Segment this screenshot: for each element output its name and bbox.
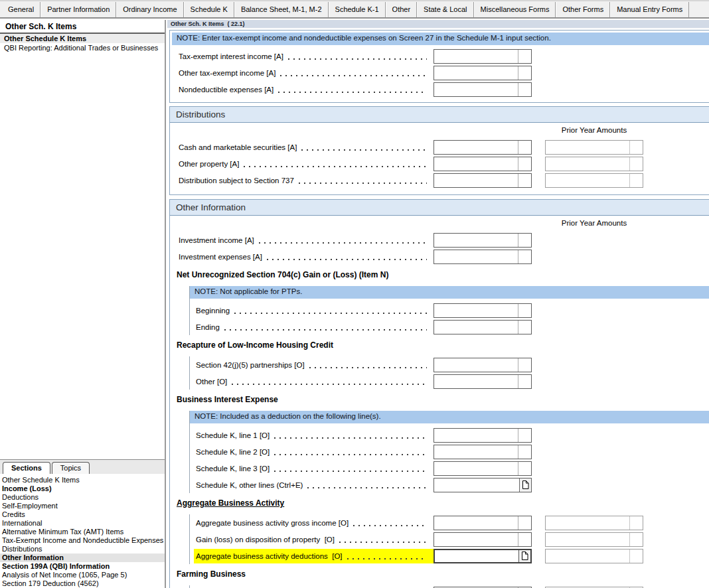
dot-leader [339, 542, 427, 543]
section-item-international[interactable]: International [0, 519, 165, 528]
row-nondeductible-expenses: Nondeductible expenses [A] [170, 81, 709, 98]
field-label: Ending [196, 323, 220, 331]
section-item-199a-qbi[interactable]: Section 199A (QBI) Information [0, 562, 165, 571]
tab-schedule-k[interactable]: Schedule K [184, 2, 234, 17]
prior-year-amounts-label: Prior Year Amounts [545, 219, 643, 229]
note-banner-ptp: NOTE: Not applicable for PTPs. [190, 286, 709, 299]
sidebar-item-other-schedule-k-items[interactable]: Other Schedule K Items [0, 34, 165, 43]
distribution-section-737-prior-year-input[interactable] [545, 173, 643, 188]
aggregate-deductions-input[interactable] [433, 549, 532, 563]
section-item-other-information[interactable]: Other Information [0, 553, 165, 562]
tab-manual-entry-forms[interactable]: Manual Entry Forms [610, 2, 689, 17]
row-recapture-other: Other [O] [190, 373, 709, 390]
dot-leader [288, 58, 427, 60]
schedule-k-other-lines-input[interactable] [433, 478, 532, 492]
schedule-k-line-2-input[interactable] [433, 445, 532, 459]
row-gross-farming-income: Gross farming income [O] [190, 585, 709, 588]
tab-state-local[interactable]: State & Local [417, 2, 473, 17]
tab-balance-sheet[interactable]: Balance Sheet, M-1, M-2 [234, 2, 329, 17]
other-property-input[interactable] [433, 157, 532, 171]
tab-schedule-k1[interactable]: Schedule K-1 [329, 2, 386, 17]
document-icon [522, 480, 529, 489]
tab-miscellaneous-forms[interactable]: Miscellaneous Forms [474, 2, 556, 17]
field-label-wrap: Nondeductible expenses [A] [177, 82, 433, 97]
field-label-wrap: Ending [194, 320, 433, 334]
row-cash-marketable-securities: Cash and marketable securities [A] [170, 139, 709, 155]
tab-general[interactable]: General [2, 2, 40, 17]
ctrl-e-expand-button[interactable] [519, 478, 531, 492]
section-item-tax-exempt[interactable]: Tax-Exempt Income and Nondeductible Expe… [0, 536, 165, 545]
tab-topics[interactable]: Topics [52, 462, 90, 474]
row-schedule-k-line-3: Schedule K, line 3 [O] [190, 460, 709, 477]
row-aggregate-deductions: Aggregate business activity deductions [… [190, 548, 709, 564]
group-business-interest: NOTE: Included as a deduction on the fol… [189, 411, 709, 493]
field-label: Nondeductible expenses [A] [179, 86, 274, 94]
dot-leader [353, 525, 427, 526]
group-net-unrecognized: NOTE: Not applicable for PTPs. Beginning… [189, 286, 709, 335]
aggregate-gross-income-input[interactable] [433, 516, 532, 530]
recapture-other-input[interactable] [433, 374, 532, 389]
section-item-self-employment[interactable]: Self-Employment [0, 502, 165, 510]
field-label: Beginning [196, 307, 230, 315]
aggregate-gross-income-prior-year-input[interactable] [545, 516, 643, 530]
prior-year-amounts-header: Prior Year Amounts [170, 219, 709, 229]
distribution-section-737-input[interactable] [433, 173, 532, 188]
subheading-aggregate-business-activity: Aggregate Business Activity [170, 498, 709, 508]
section-item-deductions[interactable]: Deductions [0, 493, 165, 502]
tax-exempt-interest-income-input[interactable] [433, 49, 532, 64]
field-label-wrap: Schedule K, line 1 [O] [194, 428, 433, 443]
section-header-distributions: Distributions [170, 107, 709, 123]
gain-loss-disposition-prior-year-input[interactable] [545, 532, 643, 547]
field-label-wrap: Other [O] [194, 374, 433, 389]
group-farming: Gross farming income [O] [189, 585, 709, 588]
field-label: Cash and marketable securities [A] [179, 143, 297, 151]
section-other-information: Other Information Prior Year Amounts Inv… [169, 199, 709, 588]
prior-year-amounts-label: Prior Year Amounts [545, 126, 643, 136]
field-label: Aggregate business activity gross income… [196, 519, 349, 527]
ending-input[interactable] [433, 320, 532, 334]
group-recapture: Section 42(j)(5) partnerships [O] Other … [189, 356, 709, 390]
field-label-wrap: Schedule K, line 3 [O] [194, 461, 433, 476]
field-label: Other [O] [196, 378, 227, 386]
gain-loss-disposition-input[interactable] [433, 532, 532, 547]
other-tax-exempt-income-input[interactable] [433, 66, 532, 80]
cash-marketable-securities-input[interactable] [433, 140, 532, 155]
nondeductible-expenses-input[interactable] [433, 82, 532, 97]
section-item-analysis-net-income[interactable]: Analysis of Net Income (1065, Page 5) [0, 571, 165, 579]
tab-sections[interactable]: Sections [3, 462, 50, 474]
sidebar-panel-tabs: Sections Topics [0, 459, 165, 474]
section-item-amt-items[interactable]: Alternative Minimum Tax (AMT) Items [0, 528, 165, 536]
row-other-property: Other property [A] [170, 155, 709, 172]
dot-leader [278, 92, 427, 93]
cash-marketable-securities-prior-year-input[interactable] [545, 140, 643, 155]
schedule-k-line-1-input[interactable] [433, 428, 532, 443]
tab-partner-information[interactable]: Partner Information [40, 2, 116, 17]
field-label-wrap: Section 42(j)(5) partnerships [O] [194, 358, 433, 372]
ctrl-e-expand-button[interactable] [518, 550, 530, 562]
section-item-179-deduction[interactable]: Section 179 Deduction (4562) [0, 579, 165, 588]
field-label: Other property [A] [179, 160, 239, 168]
investment-income-input[interactable] [433, 233, 532, 248]
schedule-k-line-3-input[interactable] [433, 461, 532, 476]
row-section-42j5-partnerships: Section 42(j)(5) partnerships [O] [190, 356, 709, 373]
investment-expenses-input[interactable] [433, 250, 532, 264]
tab-ordinary-income[interactable]: Ordinary Income [116, 2, 183, 17]
dot-leader [274, 471, 427, 472]
section-42j5-partnerships-input[interactable] [433, 358, 532, 372]
field-label: Tax-exempt interest income [A] [179, 52, 283, 60]
beginning-input[interactable] [433, 303, 532, 318]
sidebar-title: Other Sch. K Items [0, 20, 165, 34]
section-item-income-loss[interactable]: Income (Loss) [0, 484, 165, 493]
section-item-distributions[interactable]: Distributions [0, 545, 165, 553]
aggregate-deductions-prior-year-input[interactable] [545, 549, 643, 563]
sidebar-item-qbi-reporting[interactable]: QBI Reporting: Additional Trades or Busi… [0, 43, 165, 52]
section-item-other-schedule-k-items[interactable]: Other Schedule K Items [0, 476, 165, 484]
dot-leader [267, 259, 427, 260]
tab-other-forms[interactable]: Other Forms [556, 2, 610, 17]
other-property-prior-year-input[interactable] [545, 157, 643, 171]
section-item-credits[interactable]: Credits [0, 510, 165, 519]
field-label: Aggregate business activity deductions [… [196, 552, 343, 560]
tab-other[interactable]: Other [386, 2, 418, 17]
field-label-wrap: Schedule K, other lines (Ctrl+E) [194, 478, 433, 492]
sidebar-spacer [0, 52, 165, 459]
